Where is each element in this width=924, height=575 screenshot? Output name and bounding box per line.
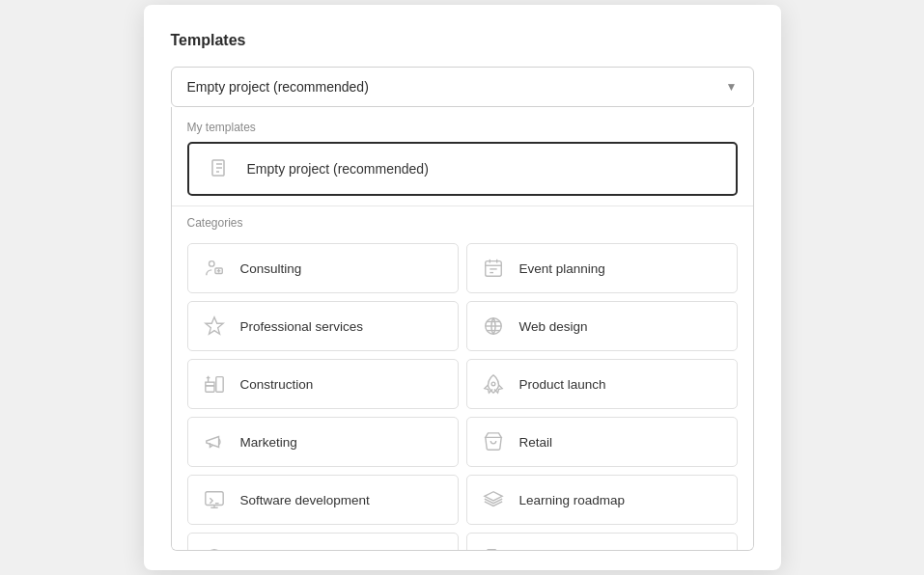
- dropdown-selected-label: Empty project (recommended): [187, 79, 369, 95]
- svg-rect-23: [205, 492, 222, 506]
- category-item-software-development[interactable]: Software development: [187, 475, 459, 525]
- retail-icon: [479, 427, 508, 456]
- category-item-web-design[interactable]: Web design: [466, 301, 738, 351]
- dropdown-body: My templates Empty project (recommended)…: [171, 107, 754, 551]
- category-item-consulting[interactable]: Consulting: [187, 243, 459, 293]
- learning-icon: [479, 485, 508, 514]
- template-item-empty-project[interactable]: Empty project (recommended): [187, 142, 738, 196]
- chevron-down-icon: ▼: [726, 80, 738, 94]
- category-label-professional-services: Professional services: [240, 319, 364, 334]
- category-label-construction: Construction: [240, 377, 314, 392]
- webdesign-icon: [479, 312, 508, 341]
- svg-point-4: [209, 261, 214, 267]
- template-dropdown[interactable]: Empty project (recommended) ▼: [171, 67, 754, 107]
- templates-modal: Templates Empty project (recommended) ▼ …: [144, 5, 781, 570]
- category-label-product-launch: Product launch: [519, 377, 606, 392]
- planners-icon: [479, 543, 508, 551]
- svg-rect-19: [215, 377, 222, 393]
- event-icon: [479, 254, 508, 283]
- category-label-planners: Planners: [519, 551, 571, 552]
- category-label-retail: Retail: [519, 435, 553, 450]
- empty-icon: [205, 153, 236, 184]
- category-label-event-planning: Event planning: [519, 261, 605, 276]
- category-item-planners[interactable]: Planners: [466, 533, 738, 551]
- categories-label: Categories: [172, 205, 753, 239]
- category-label-by-methodology: By methodology: [240, 551, 334, 552]
- my-templates-label: My templates: [172, 107, 753, 142]
- category-item-professional-services[interactable]: Professional services: [187, 301, 459, 351]
- category-label-software-development: Software development: [240, 493, 370, 507]
- category-item-product-launch[interactable]: Product launch: [466, 359, 738, 409]
- category-label-learning-roadmap: Learning roadmap: [519, 493, 626, 507]
- svg-rect-28: [487, 550, 495, 551]
- category-item-by-methodology[interactable]: By methodology: [187, 533, 459, 551]
- software-icon: [200, 485, 229, 514]
- template-item-label: Empty project (recommended): [247, 161, 429, 177]
- svg-rect-18: [205, 382, 213, 386]
- categories-grid: Consulting Event planning: [172, 239, 753, 551]
- svg-rect-17: [205, 386, 213, 392]
- category-label-web-design: Web design: [519, 319, 588, 334]
- methodology-icon: [200, 543, 229, 551]
- category-label-marketing: Marketing: [240, 435, 297, 450]
- svg-point-27: [206, 550, 222, 551]
- launch-icon: [479, 370, 508, 398]
- category-item-learning-roadmap[interactable]: Learning roadmap: [466, 475, 738, 525]
- category-item-retail[interactable]: Retail: [466, 417, 738, 467]
- category-item-event-planning[interactable]: Event planning: [466, 243, 738, 293]
- services-icon: [200, 312, 229, 341]
- marketing-icon: [200, 427, 229, 456]
- category-item-marketing[interactable]: Marketing: [187, 417, 459, 467]
- svg-marker-14: [205, 317, 222, 334]
- construction-icon: [200, 370, 229, 398]
- category-label-consulting: Consulting: [240, 261, 302, 276]
- category-item-construction[interactable]: Construction: [187, 359, 459, 409]
- modal-title: Templates: [171, 32, 754, 49]
- svg-point-22: [491, 382, 495, 386]
- consulting-icon: [200, 254, 229, 283]
